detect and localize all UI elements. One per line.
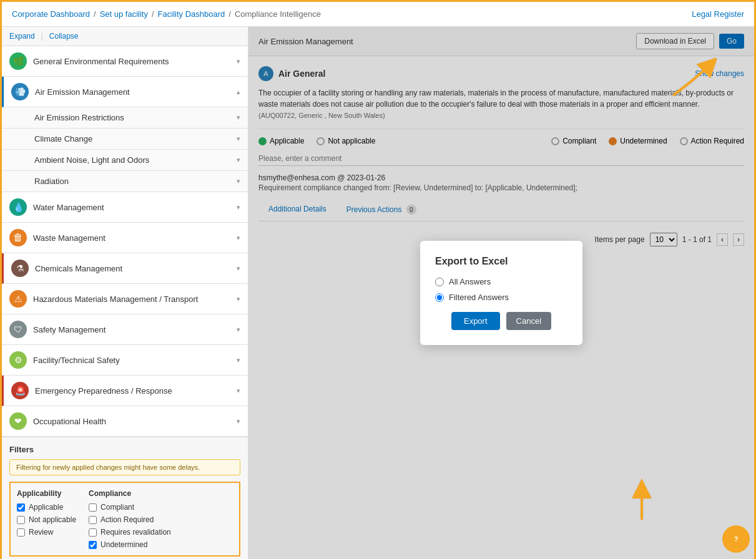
filter-review-checkbox[interactable] [17, 528, 25, 537]
sidebar-sub-radiation[interactable]: Radiation ▾ [2, 171, 248, 192]
arrow-to-download [667, 58, 717, 104]
sidebar-item-occupational-health[interactable]: ❤ Occupational Health ▾ [2, 406, 248, 437]
filter-warning: Filtering for newly applied changes migh… [9, 459, 240, 475]
sidebar-item-facility-safety-label: Facility/Technical Safety [33, 356, 230, 365]
breadcrumb-facility[interactable]: Facility Dashboard [158, 9, 225, 19]
modal-option-filtered-answers[interactable]: Filtered Answers [435, 293, 567, 302]
breadcrumb-corporate[interactable]: Corporate Dashboard [12, 9, 90, 19]
filter-compliant-checkbox[interactable] [89, 503, 97, 512]
chevron-down-icon: ▾ [237, 203, 240, 211]
sidebar-item-general-env-label: General Environmental Requirements [33, 57, 230, 66]
sidebar-item-air-emission[interactable]: 💨 Air Emission Management ▴ [2, 77, 248, 107]
sidebar-item-waste-mgmt[interactable]: 🗑 Waste Management ▾ [2, 223, 248, 253]
modal-title: Export to Excel [435, 256, 567, 267]
modal-option-all-answers[interactable]: All Answers [435, 277, 567, 286]
filter-action-required[interactable]: Action Required [89, 515, 171, 524]
chevron-down-icon: ▾ [237, 234, 240, 242]
modal-actions: Export Cancel [435, 312, 567, 330]
sidebar-item-waste-mgmt-label: Waste Management [33, 233, 230, 243]
filter-compliant[interactable]: Compliant [89, 503, 171, 512]
sidebar-item-safety-mgmt[interactable]: 🛡 Safety Management ▾ [2, 314, 248, 345]
chevron-down-icon: ▾ [237, 387, 240, 395]
compliance-filter-title: Compliance [89, 489, 171, 498]
sidebar-item-air-emission-label: Air Emission Management [35, 87, 230, 97]
chevron-down-icon: ▾ [237, 57, 240, 66]
sidebar-item-water-mgmt-label: Water Management [33, 203, 230, 212]
emergency-prep-icon: 🚨 [11, 382, 29, 399]
sub-climate-change-label: Climate Change [34, 134, 230, 143]
filters-section: Filters Filtering for newly applied chan… [2, 437, 248, 559]
facility-safety-icon: ⚙ [9, 351, 27, 369]
collapse-link[interactable]: Collapse [49, 32, 79, 41]
chemicals-mgmt-icon: ⚗ [11, 260, 29, 277]
compliance-filter-col: Compliance Compliant Action Required Req… [89, 489, 171, 549]
arrow-to-export [623, 476, 660, 528]
breadcrumb: Corporate Dashboard / Set up facility / … [12, 9, 321, 19]
filter-requires-revalidation[interactable]: Requires revalidation [89, 528, 171, 537]
hazardous-mat-icon: ⚠ [9, 290, 27, 308]
breadcrumb-setup[interactable]: Set up facility [100, 9, 148, 19]
export-modal: Export to Excel All Answers Filtered Ans… [420, 241, 582, 345]
expand-link[interactable]: Expand [9, 32, 35, 41]
filters-title: Filters [9, 445, 240, 454]
arrow-svg-bottom [623, 476, 660, 526]
filter-review[interactable]: Review [17, 528, 76, 537]
arrow-svg-top [667, 58, 717, 102]
sidebar-item-facility-safety[interactable]: ⚙ Facility/Technical Safety ▾ [2, 345, 248, 376]
filter-action-required-label: Action Required [101, 515, 154, 524]
filter-undetermined[interactable]: Undetermined [89, 540, 171, 549]
chevron-down-icon: ▾ [237, 326, 240, 334]
occupational-health-icon: ❤ [9, 412, 27, 430]
export-button[interactable]: Export [451, 312, 500, 330]
waste-mgmt-icon: 🗑 [9, 229, 27, 246]
top-nav: Corporate Dashboard / Set up facility / … [2, 2, 754, 27]
support-button[interactable]: ? [722, 525, 750, 553]
chevron-up-icon: ▴ [237, 88, 240, 96]
sidebar-sub-ambient-noise[interactable]: Ambient Noise, Light and Odors ▾ [2, 150, 248, 171]
sidebar-item-hazardous-mat-label: Hazardous Materials Management / Transpo… [33, 294, 230, 304]
support-label: ? [734, 535, 739, 543]
filter-not-applicable-checkbox[interactable] [17, 516, 25, 524]
filter-applicable[interactable]: Applicable [17, 503, 76, 512]
water-mgmt-icon: 💧 [9, 198, 27, 216]
applicability-filter-col: Applicability Applicable Not applicable … [17, 489, 76, 549]
filter-requires-revalidation-label: Requires revalidation [101, 528, 171, 537]
sidebar-item-water-mgmt[interactable]: 💧 Water Management ▾ [2, 192, 248, 223]
chevron-down-icon: ▾ [237, 295, 240, 303]
content-area: Air Emission Management Download in Exce… [248, 27, 754, 559]
chevron-down-icon: ▾ [237, 356, 240, 364]
filter-applicable-checkbox[interactable] [17, 503, 25, 512]
sidebar-item-chemicals-mgmt-label: Chemicals Management [35, 264, 230, 273]
sidebar-item-occupational-health-label: Occupational Health [33, 417, 230, 426]
filter-undetermined-checkbox[interactable] [89, 541, 97, 549]
air-emission-icon: 💨 [11, 83, 29, 100]
filter-review-label: Review [29, 528, 53, 537]
modal-overlay[interactable]: Export to Excel All Answers Filtered Ans… [248, 27, 754, 559]
sidebar-item-general-env[interactable]: 🌿 General Environmental Requirements ▾ [2, 46, 248, 77]
sidebar: Expand | Collapse 🌿 General Environmenta… [2, 27, 248, 559]
breadcrumb-compliance: Compliance Intelligence [235, 9, 321, 19]
filtered-answers-label: Filtered Answers [449, 293, 509, 302]
sidebar-item-emergency-prep-label: Emergency Preparedness / Response [35, 386, 230, 396]
safety-mgmt-icon: 🛡 [9, 321, 27, 338]
chevron-down-icon: ▾ [237, 156, 240, 164]
all-answers-radio[interactable] [435, 278, 444, 286]
chevron-down-icon: ▾ [237, 135, 240, 143]
chevron-down-icon: ▾ [237, 177, 240, 185]
filter-not-applicable-label: Not applicable [29, 515, 76, 524]
sidebar-sub-climate-change[interactable]: Climate Change ▾ [2, 129, 248, 150]
filtered-answers-radio[interactable] [435, 293, 444, 302]
cancel-button[interactable]: Cancel [506, 312, 551, 330]
sidebar-item-hazardous-mat[interactable]: ⚠ Hazardous Materials Management / Trans… [2, 284, 248, 314]
filter-action-required-checkbox[interactable] [89, 516, 97, 524]
chevron-down-icon: ▾ [237, 417, 240, 425]
sidebar-item-chemicals-mgmt[interactable]: ⚗ Chemicals Management ▾ [2, 253, 248, 284]
sidebar-sub-air-restrictions[interactable]: Air Emission Restrictions ▾ [2, 107, 248, 129]
sub-air-restrictions-label: Air Emission Restrictions [34, 113, 230, 122]
filter-requires-revalidation-checkbox[interactable] [89, 528, 97, 537]
legal-register-link[interactable]: Legal Register [692, 9, 744, 19]
filter-not-applicable[interactable]: Not applicable [17, 515, 76, 524]
sidebar-item-emergency-prep[interactable]: 🚨 Emergency Preparedness / Response ▾ [2, 376, 248, 406]
filter-compliant-label: Compliant [101, 503, 134, 512]
filter-columns: Applicability Applicable Not applicable … [9, 482, 240, 557]
